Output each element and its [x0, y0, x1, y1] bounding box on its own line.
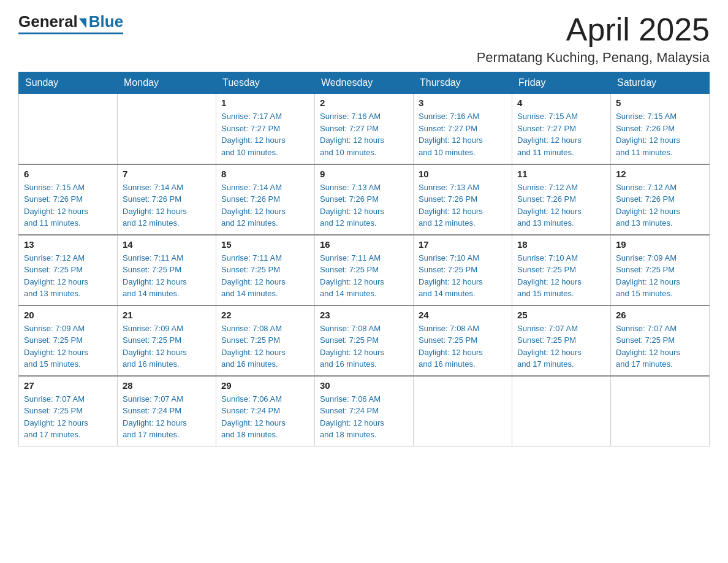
day-info: Sunrise: 7:10 AM Sunset: 7:25 PM Dayligh…: [419, 252, 507, 300]
calendar-cell: 28Sunrise: 7:07 AM Sunset: 7:24 PM Dayli…: [118, 376, 216, 446]
calendar-cell: 6Sunrise: 7:15 AM Sunset: 7:26 PM Daylig…: [19, 164, 118, 235]
week-row-3: 13Sunrise: 7:12 AM Sunset: 7:25 PM Dayli…: [19, 235, 710, 305]
day-info: Sunrise: 7:08 AM Sunset: 7:25 PM Dayligh…: [320, 323, 408, 370]
page-header: General Blue April 2025 Permatang Kuchin…: [18, 12, 710, 66]
calendar-cell: 10Sunrise: 7:13 AM Sunset: 7:26 PM Dayli…: [414, 164, 512, 235]
day-number: 19: [616, 239, 704, 250]
day-number: 6: [24, 169, 112, 179]
week-row-5: 27Sunrise: 7:07 AM Sunset: 7:25 PM Dayli…: [19, 376, 710, 446]
logo-underline: [18, 33, 123, 34]
calendar-cell: 22Sunrise: 7:08 AM Sunset: 7:25 PM Dayli…: [216, 305, 315, 376]
week-row-1: 1Sunrise: 7:17 AM Sunset: 7:27 PM Daylig…: [19, 94, 710, 164]
day-number: 30: [320, 380, 408, 391]
calendar-header: SundayMondayTuesdayWednesdayThursdayFrid…: [19, 72, 710, 94]
day-number: 23: [320, 310, 408, 320]
logo: General Blue: [18, 12, 123, 34]
day-info: Sunrise: 7:14 AM Sunset: 7:26 PM Dayligh…: [221, 182, 309, 229]
day-info: Sunrise: 7:09 AM Sunset: 7:25 PM Dayligh…: [24, 323, 112, 370]
day-number: 22: [221, 310, 309, 320]
calendar-cell: 12Sunrise: 7:12 AM Sunset: 7:26 PM Dayli…: [611, 164, 710, 235]
day-number: 2: [320, 98, 408, 108]
day-number: 17: [419, 239, 507, 250]
day-header-tuesday: Tuesday: [216, 72, 315, 94]
calendar-table: SundayMondayTuesdayWednesdayThursdayFrid…: [18, 72, 710, 446]
day-number: 3: [419, 98, 507, 108]
day-info: Sunrise: 7:07 AM Sunset: 7:25 PM Dayligh…: [616, 323, 704, 370]
day-number: 1: [221, 98, 309, 108]
calendar-cell: [512, 376, 611, 446]
day-info: Sunrise: 7:16 AM Sunset: 7:27 PM Dayligh…: [320, 110, 408, 158]
day-number: 24: [419, 310, 507, 320]
calendar-cell: 26Sunrise: 7:07 AM Sunset: 7:25 PM Dayli…: [611, 305, 710, 376]
week-row-2: 6Sunrise: 7:15 AM Sunset: 7:26 PM Daylig…: [19, 164, 710, 235]
calendar-cell: 17Sunrise: 7:10 AM Sunset: 7:25 PM Dayli…: [414, 235, 512, 305]
day-info: Sunrise: 7:07 AM Sunset: 7:25 PM Dayligh…: [517, 323, 605, 370]
day-info: Sunrise: 7:08 AM Sunset: 7:25 PM Dayligh…: [419, 323, 507, 370]
calendar-cell: [118, 94, 216, 164]
day-number: 25: [517, 310, 605, 320]
day-number: 9: [320, 169, 408, 179]
calendar-cell: 3Sunrise: 7:16 AM Sunset: 7:27 PM Daylig…: [414, 94, 512, 164]
day-info: Sunrise: 7:11 AM Sunset: 7:25 PM Dayligh…: [320, 252, 408, 300]
calendar-cell: 16Sunrise: 7:11 AM Sunset: 7:25 PM Dayli…: [315, 235, 414, 305]
day-info: Sunrise: 7:09 AM Sunset: 7:25 PM Dayligh…: [616, 252, 704, 300]
calendar-cell: 8Sunrise: 7:14 AM Sunset: 7:26 PM Daylig…: [216, 164, 315, 235]
day-number: 18: [517, 239, 605, 250]
day-info: Sunrise: 7:12 AM Sunset: 7:26 PM Dayligh…: [616, 182, 704, 229]
calendar-cell: 9Sunrise: 7:13 AM Sunset: 7:26 PM Daylig…: [315, 164, 414, 235]
header-row: SundayMondayTuesdayWednesdayThursdayFrid…: [19, 72, 710, 94]
day-info: Sunrise: 7:15 AM Sunset: 7:26 PM Dayligh…: [616, 110, 704, 158]
calendar-body: 1Sunrise: 7:17 AM Sunset: 7:27 PM Daylig…: [19, 94, 710, 446]
day-info: Sunrise: 7:06 AM Sunset: 7:24 PM Dayligh…: [320, 393, 408, 441]
day-number: 8: [221, 169, 309, 179]
calendar-cell: 11Sunrise: 7:12 AM Sunset: 7:26 PM Dayli…: [512, 164, 611, 235]
day-info: Sunrise: 7:15 AM Sunset: 7:26 PM Dayligh…: [24, 182, 112, 229]
title-block: April 2025 Permatang Kuching, Penang, Ma…: [477, 12, 710, 66]
day-info: Sunrise: 7:12 AM Sunset: 7:25 PM Dayligh…: [24, 252, 112, 300]
calendar-cell: 21Sunrise: 7:09 AM Sunset: 7:25 PM Dayli…: [118, 305, 216, 376]
day-info: Sunrise: 7:08 AM Sunset: 7:25 PM Dayligh…: [221, 323, 309, 370]
day-info: Sunrise: 7:17 AM Sunset: 7:27 PM Dayligh…: [221, 110, 309, 158]
logo-arrow-icon: [79, 18, 86, 28]
week-row-4: 20Sunrise: 7:09 AM Sunset: 7:25 PM Dayli…: [19, 305, 710, 376]
calendar-cell: 15Sunrise: 7:11 AM Sunset: 7:25 PM Dayli…: [216, 235, 315, 305]
page-title: April 2025: [477, 12, 710, 47]
day-number: 13: [24, 239, 112, 250]
day-info: Sunrise: 7:14 AM Sunset: 7:26 PM Dayligh…: [123, 182, 211, 229]
calendar-cell: 23Sunrise: 7:08 AM Sunset: 7:25 PM Dayli…: [315, 305, 414, 376]
calendar-cell: 14Sunrise: 7:11 AM Sunset: 7:25 PM Dayli…: [118, 235, 216, 305]
day-info: Sunrise: 7:11 AM Sunset: 7:25 PM Dayligh…: [221, 252, 309, 300]
day-info: Sunrise: 7:16 AM Sunset: 7:27 PM Dayligh…: [419, 110, 507, 158]
calendar-cell: 7Sunrise: 7:14 AM Sunset: 7:26 PM Daylig…: [118, 164, 216, 235]
day-number: 11: [517, 169, 605, 179]
day-header-monday: Monday: [118, 72, 216, 94]
day-number: 10: [419, 169, 507, 179]
logo-general-text: General: [18, 12, 78, 31]
day-number: 14: [123, 239, 211, 250]
day-info: Sunrise: 7:13 AM Sunset: 7:26 PM Dayligh…: [419, 182, 507, 229]
day-header-saturday: Saturday: [611, 72, 710, 94]
calendar-cell: 4Sunrise: 7:15 AM Sunset: 7:27 PM Daylig…: [512, 94, 611, 164]
logo-blue-text: Blue: [89, 12, 123, 31]
day-number: 27: [24, 380, 112, 391]
day-info: Sunrise: 7:10 AM Sunset: 7:25 PM Dayligh…: [517, 252, 605, 300]
calendar-cell: [414, 376, 512, 446]
day-info: Sunrise: 7:07 AM Sunset: 7:25 PM Dayligh…: [24, 393, 112, 441]
day-header-sunday: Sunday: [19, 72, 118, 94]
day-info: Sunrise: 7:09 AM Sunset: 7:25 PM Dayligh…: [123, 323, 211, 370]
calendar-cell: 20Sunrise: 7:09 AM Sunset: 7:25 PM Dayli…: [19, 305, 118, 376]
calendar-cell: 19Sunrise: 7:09 AM Sunset: 7:25 PM Dayli…: [611, 235, 710, 305]
calendar-cell: [611, 376, 710, 446]
page-subtitle: Permatang Kuching, Penang, Malaysia: [477, 50, 710, 66]
calendar-cell: 25Sunrise: 7:07 AM Sunset: 7:25 PM Dayli…: [512, 305, 611, 376]
calendar-cell: 24Sunrise: 7:08 AM Sunset: 7:25 PM Dayli…: [414, 305, 512, 376]
calendar-cell: 30Sunrise: 7:06 AM Sunset: 7:24 PM Dayli…: [315, 376, 414, 446]
day-number: 16: [320, 239, 408, 250]
day-number: 5: [616, 98, 704, 108]
day-info: Sunrise: 7:12 AM Sunset: 7:26 PM Dayligh…: [517, 182, 605, 229]
calendar-cell: [19, 94, 118, 164]
day-number: 7: [123, 169, 211, 179]
day-info: Sunrise: 7:11 AM Sunset: 7:25 PM Dayligh…: [123, 252, 211, 300]
day-number: 4: [517, 98, 605, 108]
calendar-cell: 2Sunrise: 7:16 AM Sunset: 7:27 PM Daylig…: [315, 94, 414, 164]
